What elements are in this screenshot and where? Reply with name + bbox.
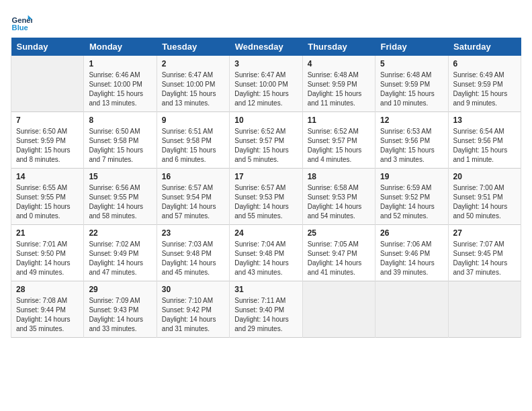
day-number: 29 xyxy=(89,285,151,294)
calendar-cell: 16Sunrise: 6:57 AM Sunset: 9:54 PM Dayli… xyxy=(157,169,229,225)
day-number: 30 xyxy=(162,285,224,294)
day-number: 6 xyxy=(453,59,516,68)
day-info: Sunrise: 7:10 AM Sunset: 9:42 PM Dayligh… xyxy=(162,296,224,334)
calendar-cell: 3Sunrise: 6:47 AM Sunset: 10:00 PM Dayli… xyxy=(230,56,302,112)
day-number: 8 xyxy=(89,116,151,125)
day-info: Sunrise: 6:56 AM Sunset: 9:55 PM Dayligh… xyxy=(89,183,151,221)
week-row-5: 28Sunrise: 7:08 AM Sunset: 9:44 PM Dayli… xyxy=(11,281,521,338)
day-number: 1 xyxy=(89,59,151,68)
day-number: 25 xyxy=(308,228,370,238)
day-info: Sunrise: 7:02 AM Sunset: 9:49 PM Dayligh… xyxy=(89,240,151,277)
week-row-4: 21Sunrise: 7:01 AM Sunset: 9:50 PM Dayli… xyxy=(11,225,521,281)
day-info: Sunrise: 6:57 AM Sunset: 9:53 PM Dayligh… xyxy=(234,183,297,221)
calendar-cell: 13Sunrise: 6:54 AM Sunset: 9:56 PM Dayli… xyxy=(448,112,521,169)
calendar-cell: 4Sunrise: 6:48 AM Sunset: 9:59 PM Daylig… xyxy=(302,56,375,112)
calendar-cell: 29Sunrise: 7:09 AM Sunset: 9:43 PM Dayli… xyxy=(84,281,157,338)
day-number: 21 xyxy=(16,228,79,238)
calendar-cell: 11Sunrise: 6:52 AM Sunset: 9:57 PM Dayli… xyxy=(302,112,375,169)
day-info: Sunrise: 6:54 AM Sunset: 9:56 PM Dayligh… xyxy=(453,127,516,165)
calendar-cell: 8Sunrise: 6:50 AM Sunset: 9:58 PM Daylig… xyxy=(84,112,157,169)
logo-icon: General Blue xyxy=(11,11,32,32)
calendar-cell: 28Sunrise: 7:08 AM Sunset: 9:44 PM Dayli… xyxy=(11,281,84,338)
calendar-cell: 2Sunrise: 6:47 AM Sunset: 10:00 PM Dayli… xyxy=(157,56,229,112)
weekday-header-row: SundayMondayTuesdayWednesdayThursdayFrid… xyxy=(11,38,521,56)
day-info: Sunrise: 6:47 AM Sunset: 10:00 PM Daylig… xyxy=(234,71,297,108)
day-info: Sunrise: 6:50 AM Sunset: 9:59 PM Dayligh… xyxy=(16,127,79,165)
calendar-table: SundayMondayTuesdayWednesdayThursdayFrid… xyxy=(11,38,521,338)
calendar-cell: 15Sunrise: 6:56 AM Sunset: 9:55 PM Dayli… xyxy=(84,169,157,225)
day-number: 28 xyxy=(16,285,79,294)
calendar-cell: 9Sunrise: 6:51 AM Sunset: 9:58 PM Daylig… xyxy=(157,112,229,169)
weekday-header-friday: Friday xyxy=(375,38,448,56)
day-number: 15 xyxy=(89,172,151,181)
header: General Blue xyxy=(11,11,521,32)
calendar-cell: 17Sunrise: 6:57 AM Sunset: 9:53 PM Dayli… xyxy=(230,169,302,225)
day-number: 27 xyxy=(453,228,516,238)
day-info: Sunrise: 7:08 AM Sunset: 9:44 PM Dayligh… xyxy=(16,296,79,334)
day-info: Sunrise: 6:52 AM Sunset: 9:57 PM Dayligh… xyxy=(308,127,370,165)
day-number: 22 xyxy=(89,228,151,238)
calendar-cell: 27Sunrise: 7:07 AM Sunset: 9:45 PM Dayli… xyxy=(448,225,521,281)
calendar-cell xyxy=(11,56,84,112)
calendar-cell: 19Sunrise: 6:59 AM Sunset: 9:52 PM Dayli… xyxy=(375,169,448,225)
calendar-cell: 26Sunrise: 7:06 AM Sunset: 9:46 PM Dayli… xyxy=(375,225,448,281)
calendar-cell: 21Sunrise: 7:01 AM Sunset: 9:50 PM Dayli… xyxy=(11,225,84,281)
calendar-cell: 5Sunrise: 6:48 AM Sunset: 9:59 PM Daylig… xyxy=(375,56,448,112)
day-info: Sunrise: 7:05 AM Sunset: 9:47 PM Dayligh… xyxy=(308,240,370,277)
calendar-cell: 23Sunrise: 7:03 AM Sunset: 9:48 PM Dayli… xyxy=(157,225,229,281)
day-info: Sunrise: 6:55 AM Sunset: 9:55 PM Dayligh… xyxy=(16,183,79,221)
day-info: Sunrise: 6:58 AM Sunset: 9:53 PM Dayligh… xyxy=(308,183,370,221)
weekday-header-monday: Monday xyxy=(84,38,157,56)
day-number: 4 xyxy=(308,59,370,68)
week-row-1: 1Sunrise: 6:46 AM Sunset: 10:00 PM Dayli… xyxy=(11,56,521,112)
day-number: 16 xyxy=(162,172,224,181)
day-info: Sunrise: 7:01 AM Sunset: 9:50 PM Dayligh… xyxy=(16,240,79,277)
day-info: Sunrise: 6:59 AM Sunset: 9:52 PM Dayligh… xyxy=(380,183,443,221)
day-info: Sunrise: 6:46 AM Sunset: 10:00 PM Daylig… xyxy=(89,71,151,108)
day-number: 23 xyxy=(162,228,224,238)
calendar-cell: 7Sunrise: 6:50 AM Sunset: 9:59 PM Daylig… xyxy=(11,112,84,169)
day-info: Sunrise: 6:50 AM Sunset: 9:58 PM Dayligh… xyxy=(89,127,151,165)
calendar-cell: 31Sunrise: 7:11 AM Sunset: 9:40 PM Dayli… xyxy=(230,281,302,338)
day-info: Sunrise: 7:09 AM Sunset: 9:43 PM Dayligh… xyxy=(89,296,151,334)
day-info: Sunrise: 6:52 AM Sunset: 9:57 PM Dayligh… xyxy=(234,127,297,165)
day-number: 31 xyxy=(234,285,297,294)
calendar-cell: 22Sunrise: 7:02 AM Sunset: 9:49 PM Dayli… xyxy=(84,225,157,281)
day-info: Sunrise: 7:11 AM Sunset: 9:40 PM Dayligh… xyxy=(234,296,297,334)
day-number: 20 xyxy=(453,172,516,181)
weekday-header-thursday: Thursday xyxy=(302,38,375,56)
day-info: Sunrise: 6:47 AM Sunset: 10:00 PM Daylig… xyxy=(162,71,224,108)
calendar-cell xyxy=(302,281,375,338)
day-number: 12 xyxy=(380,116,443,125)
day-info: Sunrise: 6:48 AM Sunset: 9:59 PM Dayligh… xyxy=(380,71,443,108)
weekday-header-tuesday: Tuesday xyxy=(157,38,229,56)
day-info: Sunrise: 7:06 AM Sunset: 9:46 PM Dayligh… xyxy=(380,240,443,277)
day-info: Sunrise: 7:07 AM Sunset: 9:45 PM Dayligh… xyxy=(453,240,516,277)
day-info: Sunrise: 6:48 AM Sunset: 9:59 PM Dayligh… xyxy=(308,71,370,108)
day-number: 14 xyxy=(16,172,79,181)
day-number: 5 xyxy=(380,59,443,68)
day-info: Sunrise: 7:00 AM Sunset: 9:51 PM Dayligh… xyxy=(453,183,516,221)
day-number: 24 xyxy=(234,228,297,238)
weekday-header-wednesday: Wednesday xyxy=(230,38,302,56)
calendar-cell: 18Sunrise: 6:58 AM Sunset: 9:53 PM Dayli… xyxy=(302,169,375,225)
weekday-header-sunday: Sunday xyxy=(11,38,84,56)
day-number: 9 xyxy=(162,116,224,125)
svg-text:Blue: Blue xyxy=(12,24,28,32)
calendar-cell: 24Sunrise: 7:04 AM Sunset: 9:48 PM Dayli… xyxy=(230,225,302,281)
day-number: 2 xyxy=(162,59,224,68)
week-row-2: 7Sunrise: 6:50 AM Sunset: 9:59 PM Daylig… xyxy=(11,112,521,169)
day-number: 13 xyxy=(453,116,516,125)
day-number: 18 xyxy=(308,172,370,181)
day-info: Sunrise: 6:53 AM Sunset: 9:56 PM Dayligh… xyxy=(380,127,443,165)
calendar-cell: 10Sunrise: 6:52 AM Sunset: 9:57 PM Dayli… xyxy=(230,112,302,169)
day-number: 19 xyxy=(380,172,443,181)
day-info: Sunrise: 6:51 AM Sunset: 9:58 PM Dayligh… xyxy=(162,127,224,165)
day-info: Sunrise: 6:49 AM Sunset: 9:59 PM Dayligh… xyxy=(453,71,516,108)
calendar-cell: 1Sunrise: 6:46 AM Sunset: 10:00 PM Dayli… xyxy=(84,56,157,112)
day-number: 3 xyxy=(234,59,297,68)
day-number: 11 xyxy=(308,116,370,125)
calendar-cell: 12Sunrise: 6:53 AM Sunset: 9:56 PM Dayli… xyxy=(375,112,448,169)
calendar-cell: 25Sunrise: 7:05 AM Sunset: 9:47 PM Dayli… xyxy=(302,225,375,281)
weekday-header-saturday: Saturday xyxy=(448,38,521,56)
